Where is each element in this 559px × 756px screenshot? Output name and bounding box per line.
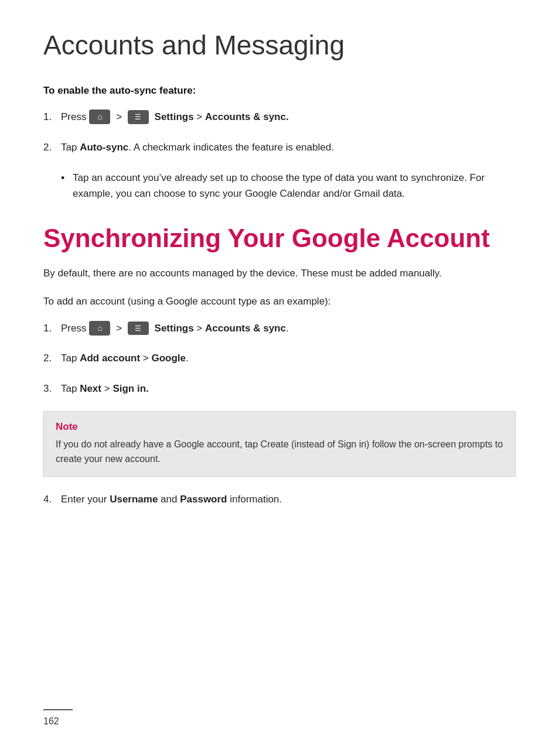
home-icon-btn (89, 110, 110, 124)
s2-step3-number: 3. (43, 381, 61, 396)
s2-step3-text: Tap Next > Sign in. (61, 383, 149, 394)
footer-line (43, 709, 73, 710)
page-number: 162 (43, 716, 59, 726)
auto-sync-bold: Auto-sync (80, 142, 128, 153)
section2-step4: 4. Enter your Username and Password info… (43, 492, 516, 507)
username-bold: Username (110, 494, 158, 505)
s2-step2-number: 2. (43, 351, 61, 366)
note-box: Note If you do not already have a Google… (43, 411, 516, 477)
s2-step1-prefix: Press (61, 321, 86, 336)
section1-heading: To enable the auto-sync feature: (43, 85, 516, 97)
s2-step2-text: Tap Add account > Google. (61, 353, 189, 364)
section1-step1: 1. Press > Settings > Accounts & sync. (43, 110, 516, 125)
s2-step3-content: Tap Next > Sign in. (61, 381, 516, 396)
bullet-item-1: Tap an account you’ve already set up to … (61, 170, 516, 201)
step2-number: 2. (43, 140, 61, 155)
s2-step1-suffix: Settings > Accounts & sync. (152, 321, 289, 336)
s2-home-icon-btn (89, 321, 110, 336)
add-account-bold: Add account (80, 353, 140, 364)
step2-content: Tap Auto-sync. A checkmark indicates the… (61, 140, 516, 155)
step2-text: Tap Auto-sync. A checkmark indicates the… (61, 142, 334, 153)
s2-step4-text: Enter your Username and Password informa… (61, 494, 282, 505)
section2-step3: 3. Tap Next > Sign in. (43, 381, 516, 396)
bullet-list: Tap an account you’ve already set up to … (61, 170, 516, 201)
section2-step2: 2. Tap Add account > Google. (43, 351, 516, 366)
bullet-text: Tap an account you’ve already set up to … (73, 172, 485, 199)
note-label: Note (56, 421, 503, 433)
s2-menu-icon-btn (128, 321, 149, 336)
google-bold: Google (151, 353, 186, 364)
s2-step2-content: Tap Add account > Google. (61, 351, 516, 366)
step-number: 1. (43, 110, 61, 125)
step1-middle: > (113, 110, 124, 125)
section2-step1: 1. Press > Settings > Accounts & sync. (43, 321, 516, 336)
s2-step1-number: 1. (43, 321, 61, 336)
sign-in-bold: Sign in. (113, 383, 148, 394)
page-footer: 162 (43, 709, 73, 727)
step1-content: Press > Settings > Accounts & sync. (61, 110, 516, 125)
section2-title: Synchronizing Your Google Account (43, 223, 516, 254)
section1-step2: 2. Tap Auto-sync. A checkmark indicates … (43, 140, 516, 155)
note-text: If you do not already have a Google acco… (56, 437, 503, 467)
step1-suffix: Settings > Accounts & sync. (152, 110, 289, 125)
s2-step1-middle: > (113, 321, 124, 336)
s2-step4-number: 4. (43, 492, 61, 507)
section2-intro1: By default, there are no accounts manage… (43, 265, 516, 281)
page-title: Accounts and Messaging (43, 29, 516, 61)
s2-step4-content: Enter your Username and Password informa… (61, 492, 516, 507)
section2-intro2: To add an account (using a Google accoun… (43, 293, 516, 309)
step1-prefix: Press (61, 110, 86, 125)
s2-step1-content: Press > Settings > Accounts & sync. (61, 321, 516, 336)
next-bold: Next (80, 383, 101, 394)
menu-icon-btn (128, 110, 149, 124)
password-bold: Password (180, 494, 227, 505)
